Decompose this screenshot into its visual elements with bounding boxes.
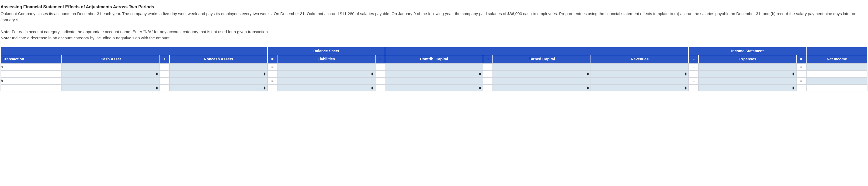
b-ni-amount-input[interactable] [807,78,867,84]
op-blank [160,70,169,78]
sort-icon [264,87,266,90]
b-earned-account-select[interactable] [493,85,591,91]
b-ni-account-blank [806,84,867,91]
a-earned-account-select[interactable] [493,71,591,77]
a-cash-amount-input[interactable] [62,64,159,70]
note-2: Note: Indicate a decrease in an account … [1,35,867,41]
th-minus: – [689,55,698,63]
a-cash-account-select[interactable] [62,71,159,77]
column-header-row: Transaction Cash Asset + Noncash Assets … [1,55,867,63]
th-eq-2: = [796,55,806,63]
op-blank [375,63,385,70]
a-exp-account-select[interactable] [699,71,796,77]
note-1-label: Note [1,29,9,34]
op-eq: = [268,78,277,84]
op-blank [689,84,698,91]
op-blank [483,63,493,70]
b-exp-amount-input[interactable] [699,78,796,84]
sort-icon [685,87,687,90]
group-header-empty-left [1,47,268,55]
th-net-income: Net Income [806,55,867,63]
op-blank [483,70,493,78]
op-eq: = [796,78,806,84]
b-exp-account-select[interactable] [699,85,796,91]
op-blank [160,84,169,91]
b-contrib-account-select[interactable] [385,85,483,91]
a-ni-amount-input[interactable] [807,64,867,70]
note-1-text: : For each account category, indicate th… [9,29,269,34]
op-eq: = [796,63,806,70]
op-minus: – [689,78,698,84]
group-header-balance-sheet: Balance Sheet [268,47,385,55]
sort-icon [792,87,795,90]
row-a-label: a. [1,63,62,70]
note-2-label: Note: [1,36,11,40]
op-minus: – [689,63,698,70]
th-cash-asset: Cash Asset [62,55,160,63]
th-contrib-capital: Contrib. Capital [385,55,483,63]
sort-icon [587,87,589,90]
op-blank [375,70,385,78]
sort-icon [685,72,687,75]
sort-icon [371,72,373,75]
sort-icon [792,72,795,75]
op-blank [796,70,806,78]
op-blank [375,84,385,91]
a-rev-amount-input[interactable] [591,64,689,70]
op-blank [689,70,698,78]
row-a-accounts [1,70,867,78]
a-contrib-account-select[interactable] [385,71,483,77]
page-title: Assessing Financial Statement Effects of… [1,4,867,10]
row-a-amounts: a. = – = [1,63,867,70]
row-b-amounts: b. = – = [1,78,867,84]
sort-icon [156,87,158,90]
row-b-accounts [1,84,867,91]
sort-icon [479,87,481,90]
th-liabilities: Liabilities [277,55,375,63]
note-1: Note: For each account category, indicat… [1,29,867,35]
b-liab-amount-input[interactable] [277,78,375,84]
fse-table: Balance Sheet Income Statement Transacti… [1,47,867,91]
op-blank [160,63,169,70]
op-blank [375,78,385,84]
a-earned-amount-input[interactable] [493,64,591,70]
problem-paragraph: Oakmont Company closes its accounts on D… [1,11,867,23]
a-exp-amount-input[interactable] [699,64,796,70]
th-plus-3: + [483,55,493,63]
op-blank [796,84,806,91]
op-eq: = [268,63,277,70]
row-b-account-label [1,84,62,91]
a-ni-account-blank [806,70,867,78]
group-header-row: Balance Sheet Income Statement [1,47,867,55]
group-header-empty-mid [385,47,689,55]
b-noncash-account-select[interactable] [170,85,267,91]
sort-icon [156,72,158,75]
a-noncash-account-select[interactable] [170,71,267,77]
b-contrib-amount-input[interactable] [385,78,483,84]
b-rev-amount-input[interactable] [591,78,689,84]
th-eq-1: = [268,55,277,63]
op-blank [483,78,493,84]
b-rev-account-select[interactable] [591,85,689,91]
th-plus-1: + [160,55,169,63]
row-b-label: b. [1,78,62,84]
b-liab-account-select[interactable] [277,85,375,91]
group-header-empty-right [806,47,867,55]
sort-icon [371,87,373,90]
op-blank [483,84,493,91]
op-blank [160,78,169,84]
a-rev-account-select[interactable] [591,71,689,77]
op-blank [268,70,277,78]
b-earned-amount-input[interactable] [493,78,591,84]
a-noncash-amount-input[interactable] [170,64,267,70]
group-header-income-statement: Income Statement [689,47,806,55]
th-noncash-assets: Noncash Assets [169,55,268,63]
a-liab-account-select[interactable] [277,71,375,77]
b-noncash-amount-input[interactable] [170,78,267,84]
a-contrib-amount-input[interactable] [385,64,483,70]
b-cash-amount-input[interactable] [62,78,159,84]
a-liab-amount-input[interactable] [277,64,375,70]
op-blank [268,84,277,91]
b-cash-account-select[interactable] [62,85,159,91]
th-expenses: Expenses [699,55,797,63]
